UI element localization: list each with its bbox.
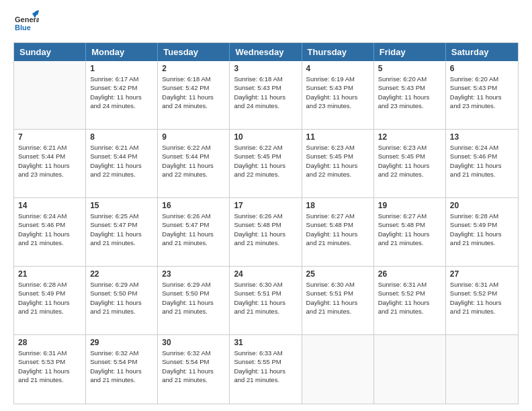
day-number: 22 <box>90 269 153 279</box>
calendar-day-12: 12Sunrise: 6:23 AM Sunset: 5:45 PM Dayli… <box>374 130 446 197</box>
calendar-day-3: 3Sunrise: 6:18 AM Sunset: 5:43 PM Daylig… <box>230 61 302 129</box>
calendar-empty-cell <box>446 335 518 404</box>
day-number: 24 <box>234 269 297 279</box>
day-info: Sunrise: 6:28 AM Sunset: 5:49 PM Dayligh… <box>450 212 514 247</box>
day-info: Sunrise: 6:26 AM Sunset: 5:48 PM Dayligh… <box>234 212 297 247</box>
day-info: Sunrise: 6:20 AM Sunset: 5:43 PM Dayligh… <box>378 75 441 110</box>
day-number: 18 <box>306 201 369 210</box>
day-number: 31 <box>234 338 297 347</box>
day-info: Sunrise: 6:31 AM Sunset: 5:53 PM Dayligh… <box>18 349 81 384</box>
calendar-day-14: 14Sunrise: 6:24 AM Sunset: 5:46 PM Dayli… <box>14 198 86 266</box>
weekday-header: Sunday <box>14 43 86 61</box>
logo: General Blue <box>13 10 39 36</box>
day-info: Sunrise: 6:26 AM Sunset: 5:47 PM Dayligh… <box>162 212 225 247</box>
day-number: 12 <box>378 132 441 142</box>
day-info: Sunrise: 6:30 AM Sunset: 5:51 PM Dayligh… <box>234 280 297 316</box>
calendar-page: General Blue SundayMondayTuesdayWednesda… <box>0 0 532 411</box>
day-number: 3 <box>234 64 297 73</box>
day-info: Sunrise: 6:17 AM Sunset: 5:42 PM Dayligh… <box>90 75 153 110</box>
day-info: Sunrise: 6:24 AM Sunset: 5:46 PM Dayligh… <box>18 212 81 247</box>
calendar-header: SundayMondayTuesdayWednesdayThursdayFrid… <box>14 43 518 61</box>
day-number: 30 <box>162 338 225 347</box>
day-number: 21 <box>18 269 81 279</box>
day-number: 20 <box>450 201 514 210</box>
calendar-day-8: 8Sunrise: 6:21 AM Sunset: 5:44 PM Daylig… <box>86 130 158 197</box>
calendar-day-16: 16Sunrise: 6:26 AM Sunset: 5:47 PM Dayli… <box>158 198 230 266</box>
calendar-day-17: 17Sunrise: 6:26 AM Sunset: 5:48 PM Dayli… <box>230 198 302 266</box>
calendar-day-26: 26Sunrise: 6:31 AM Sunset: 5:52 PM Dayli… <box>374 267 446 334</box>
calendar-day-27: 27Sunrise: 6:31 AM Sunset: 5:52 PM Dayli… <box>446 267 518 334</box>
day-info: Sunrise: 6:33 AM Sunset: 5:55 PM Dayligh… <box>234 349 297 384</box>
weekday-header: Tuesday <box>158 43 230 61</box>
day-info: Sunrise: 6:23 AM Sunset: 5:45 PM Dayligh… <box>378 143 441 179</box>
day-info: Sunrise: 6:22 AM Sunset: 5:45 PM Dayligh… <box>234 143 297 179</box>
calendar-day-6: 6Sunrise: 6:20 AM Sunset: 5:43 PM Daylig… <box>446 61 518 129</box>
calendar-day-15: 15Sunrise: 6:25 AM Sunset: 5:47 PM Dayli… <box>86 198 158 266</box>
day-number: 29 <box>90 338 153 347</box>
day-info: Sunrise: 6:19 AM Sunset: 5:43 PM Dayligh… <box>306 75 369 110</box>
weekday-header: Friday <box>374 43 446 61</box>
calendar-day-1: 1Sunrise: 6:17 AM Sunset: 5:42 PM Daylig… <box>86 61 158 129</box>
calendar-day-28: 28Sunrise: 6:31 AM Sunset: 5:53 PM Dayli… <box>14 335 86 404</box>
calendar-day-29: 29Sunrise: 6:32 AM Sunset: 5:54 PM Dayli… <box>86 335 158 404</box>
day-info: Sunrise: 6:27 AM Sunset: 5:48 PM Dayligh… <box>306 212 369 247</box>
day-info: Sunrise: 6:31 AM Sunset: 5:52 PM Dayligh… <box>378 280 441 316</box>
calendar-week: 7Sunrise: 6:21 AM Sunset: 5:44 PM Daylig… <box>14 130 518 198</box>
day-number: 5 <box>378 64 441 73</box>
day-number: 8 <box>90 132 153 142</box>
calendar-day-24: 24Sunrise: 6:30 AM Sunset: 5:51 PM Dayli… <box>230 267 302 334</box>
day-number: 10 <box>234 132 297 142</box>
weekday-header: Thursday <box>302 43 374 61</box>
day-info: Sunrise: 6:22 AM Sunset: 5:44 PM Dayligh… <box>162 143 225 179</box>
day-info: Sunrise: 6:27 AM Sunset: 5:48 PM Dayligh… <box>378 212 441 247</box>
calendar-day-21: 21Sunrise: 6:28 AM Sunset: 5:49 PM Dayli… <box>14 267 86 334</box>
calendar-empty-cell <box>14 61 86 129</box>
day-info: Sunrise: 6:18 AM Sunset: 5:42 PM Dayligh… <box>162 75 225 110</box>
calendar-day-20: 20Sunrise: 6:28 AM Sunset: 5:49 PM Dayli… <box>446 198 518 266</box>
day-info: Sunrise: 6:24 AM Sunset: 5:46 PM Dayligh… <box>450 143 514 179</box>
weekday-header: Wednesday <box>230 43 302 61</box>
day-info: Sunrise: 6:25 AM Sunset: 5:47 PM Dayligh… <box>90 212 153 247</box>
weekday-header: Monday <box>86 43 158 61</box>
calendar-day-9: 9Sunrise: 6:22 AM Sunset: 5:44 PM Daylig… <box>158 130 230 197</box>
day-number: 17 <box>234 201 297 210</box>
day-info: Sunrise: 6:23 AM Sunset: 5:45 PM Dayligh… <box>306 143 369 179</box>
day-number: 13 <box>450 132 514 142</box>
day-number: 11 <box>306 132 369 142</box>
day-number: 28 <box>18 338 81 347</box>
day-number: 26 <box>378 269 441 279</box>
calendar: SundayMondayTuesdayWednesdayThursdayFrid… <box>13 42 519 404</box>
day-info: Sunrise: 6:29 AM Sunset: 5:50 PM Dayligh… <box>162 280 225 316</box>
day-number: 23 <box>162 269 225 279</box>
calendar-day-10: 10Sunrise: 6:22 AM Sunset: 5:45 PM Dayli… <box>230 130 302 197</box>
calendar-day-23: 23Sunrise: 6:29 AM Sunset: 5:50 PM Dayli… <box>158 267 230 334</box>
day-number: 2 <box>162 64 225 73</box>
calendar-week: 14Sunrise: 6:24 AM Sunset: 5:46 PM Dayli… <box>14 198 518 267</box>
calendar-week: 28Sunrise: 6:31 AM Sunset: 5:53 PM Dayli… <box>14 335 518 404</box>
svg-text:Blue: Blue <box>15 24 31 32</box>
calendar-day-11: 11Sunrise: 6:23 AM Sunset: 5:45 PM Dayli… <box>302 130 374 197</box>
calendar-day-2: 2Sunrise: 6:18 AM Sunset: 5:42 PM Daylig… <box>158 61 230 129</box>
day-info: Sunrise: 6:31 AM Sunset: 5:52 PM Dayligh… <box>450 280 514 316</box>
day-number: 16 <box>162 201 225 210</box>
calendar-day-18: 18Sunrise: 6:27 AM Sunset: 5:48 PM Dayli… <box>302 198 374 266</box>
calendar-day-22: 22Sunrise: 6:29 AM Sunset: 5:50 PM Dayli… <box>86 267 158 334</box>
day-info: Sunrise: 6:18 AM Sunset: 5:43 PM Dayligh… <box>234 75 297 110</box>
day-info: Sunrise: 6:29 AM Sunset: 5:50 PM Dayligh… <box>90 280 153 316</box>
day-info: Sunrise: 6:21 AM Sunset: 5:44 PM Dayligh… <box>18 143 81 179</box>
calendar-empty-cell <box>374 335 446 404</box>
day-number: 1 <box>90 64 153 73</box>
calendar-day-7: 7Sunrise: 6:21 AM Sunset: 5:44 PM Daylig… <box>14 130 86 197</box>
day-info: Sunrise: 6:30 AM Sunset: 5:51 PM Dayligh… <box>306 280 369 316</box>
calendar-empty-cell <box>302 335 374 404</box>
calendar-day-5: 5Sunrise: 6:20 AM Sunset: 5:43 PM Daylig… <box>374 61 446 129</box>
calendar-day-30: 30Sunrise: 6:32 AM Sunset: 5:54 PM Dayli… <box>158 335 230 404</box>
day-info: Sunrise: 6:28 AM Sunset: 5:49 PM Dayligh… <box>18 280 81 316</box>
calendar-day-13: 13Sunrise: 6:24 AM Sunset: 5:46 PM Dayli… <box>446 130 518 197</box>
calendar-day-19: 19Sunrise: 6:27 AM Sunset: 5:48 PM Dayli… <box>374 198 446 266</box>
calendar-body: 1Sunrise: 6:17 AM Sunset: 5:42 PM Daylig… <box>14 61 518 404</box>
day-number: 27 <box>450 269 514 279</box>
day-info: Sunrise: 6:21 AM Sunset: 5:44 PM Dayligh… <box>90 143 153 179</box>
day-number: 4 <box>306 64 369 73</box>
calendar-day-25: 25Sunrise: 6:30 AM Sunset: 5:51 PM Dayli… <box>302 267 374 334</box>
